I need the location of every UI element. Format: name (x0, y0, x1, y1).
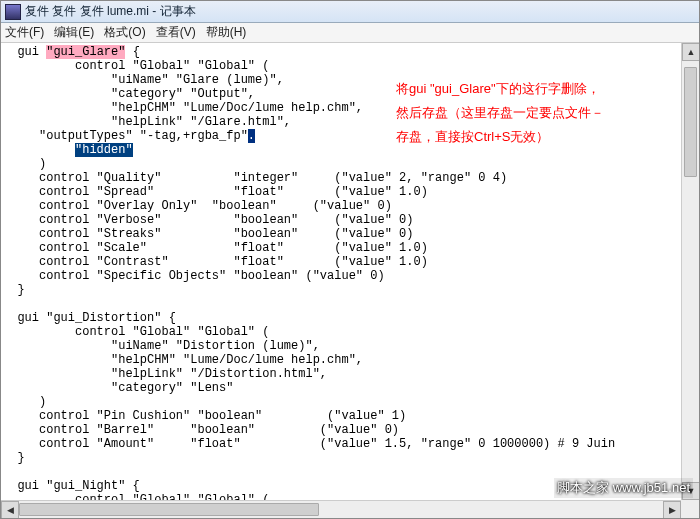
selection-dot: . (248, 129, 255, 143)
titlebar[interactable]: 复件 复件 复件 lume.mi - 记事本 (1, 1, 699, 23)
annotation-text: 将gui "gui_Glare"下的这行字删除， 然后存盘（这里存盘一定要点文件… (396, 77, 676, 149)
gui-glare-highlight: "gui_Glare" (46, 45, 125, 59)
notepad-icon (5, 4, 21, 20)
watermark: 脚本之家 www.jb51.net (554, 478, 693, 498)
code-block-pre: control "Global" "Global" ( "uiName" "Gl… (3, 59, 363, 129)
vertical-scrollbar[interactable]: ▲ ▼ (681, 43, 699, 500)
vscroll-thumb[interactable] (684, 67, 697, 177)
code-gui-prefix: gui (3, 45, 46, 59)
hscroll-track[interactable] (19, 501, 663, 518)
menu-view[interactable]: 查看(V) (156, 24, 196, 41)
scroll-right-button[interactable]: ▶ (663, 501, 681, 518)
menu-help[interactable]: 帮助(H) (206, 24, 247, 41)
content-area: gui "gui_Glare" { control "Global" "Glob… (1, 43, 699, 518)
vscroll-track[interactable] (682, 61, 699, 482)
scroll-up-button[interactable]: ▲ (682, 43, 699, 61)
menu-file[interactable]: 文件(F) (5, 24, 44, 41)
hidden-highlight: "hidden" (75, 143, 133, 157)
annotation-line1: 将gui "gui_Glare"下的这行字删除， (396, 77, 676, 101)
notepad-window: 复件 复件 复件 lume.mi - 记事本 文件(F) 编辑(E) 格式(O)… (0, 0, 700, 519)
window-title: 复件 复件 复件 lume.mi - 记事本 (25, 3, 196, 20)
menu-edit[interactable]: 编辑(E) (54, 24, 94, 41)
code-gui-suffix: { (125, 45, 139, 59)
annotation-line2: 然后存盘（这里存盘一定要点文件－ (396, 101, 676, 125)
menu-format[interactable]: 格式(O) (104, 24, 145, 41)
scroll-left-button[interactable]: ◀ (1, 501, 19, 518)
scrollbar-corner (681, 500, 699, 518)
annotation-line3: 存盘，直接按Ctrl+S无效） (396, 125, 676, 149)
menubar: 文件(F) 编辑(E) 格式(O) 查看(V) 帮助(H) (1, 23, 699, 43)
hscroll-thumb[interactable] (19, 503, 319, 516)
horizontal-scrollbar[interactable]: ◀ ▶ (1, 500, 681, 518)
code-block-post: ) control "Quality" "integer" ("value" 2… (3, 157, 615, 500)
output-types-line: "outputTypes" "-tag,+rgba_fp" (3, 129, 248, 143)
